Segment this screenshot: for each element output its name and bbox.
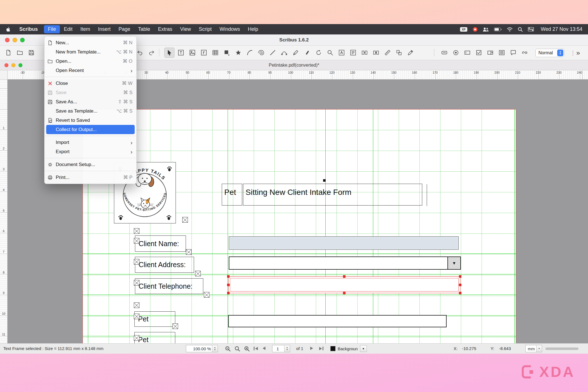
document-page[interactable]: 'S HAPPY TAILS SOMERSET PET-SITTING SERV… — [83, 109, 516, 343]
menubar-item-file[interactable]: File — [44, 25, 60, 33]
zoom-default-icon[interactable] — [234, 346, 241, 352]
menubar-app-name[interactable]: Scribus — [16, 26, 41, 32]
zoom-level-input[interactable]: 100.00 % ▲▼ — [186, 345, 218, 352]
menu-item-save[interactable]: Save⌘ S — [45, 88, 136, 97]
next-page-button[interactable] — [310, 347, 313, 350]
pdf-radio-button-icon[interactable] — [451, 48, 461, 58]
frame-handle[interactable] — [323, 179, 326, 182]
select-item-icon[interactable] — [164, 48, 174, 58]
zoom-in-icon[interactable] — [244, 346, 250, 352]
menu-item-new-from-template[interactable]: New from Template...⌥ ⌘ N — [45, 47, 136, 57]
pet-field[interactable] — [228, 315, 447, 327]
zoom-out-icon[interactable] — [225, 346, 231, 352]
insert-image-frame-icon[interactable] — [187, 48, 197, 58]
unlink-text-frames-icon[interactable] — [371, 48, 381, 58]
empty-frame-marker[interactable] — [134, 314, 139, 319]
zoom-tool-icon[interactable] — [325, 48, 335, 58]
empty-frame-marker[interactable] — [134, 335, 139, 341]
previous-page-button[interactable] — [263, 347, 265, 350]
selection-handle[interactable] — [459, 275, 461, 278]
label-frame-client-address[interactable]: Client Address: — [135, 257, 194, 273]
empty-frame-marker[interactable] — [134, 259, 139, 265]
text-frame-heading-rest[interactable]: Sitting New Client Intake Form — [243, 184, 422, 206]
menubar-item-insert[interactable]: Insert — [94, 25, 115, 33]
control-center-icon[interactable] — [528, 27, 534, 31]
selection-handle[interactable] — [343, 292, 346, 294]
insert-freehand-icon[interactable] — [291, 48, 301, 58]
empty-frame-marker[interactable] — [134, 302, 139, 308]
menu-item-print[interactable]: Print...⌘ P — [45, 173, 136, 182]
client-name-field[interactable] — [229, 236, 459, 250]
first-page-button[interactable] — [254, 347, 258, 350]
ruler-origin-corner[interactable] — [0, 70, 8, 80]
client-address-dropdown-button[interactable]: ▼ — [447, 257, 460, 269]
menubar-item-help[interactable]: Help — [244, 25, 262, 33]
menubar-item-item[interactable]: Item — [76, 25, 94, 33]
link-text-frames-icon[interactable] — [360, 48, 370, 58]
label-frame-client-telephone[interactable]: Client Telephone: — [135, 278, 203, 294]
zoom-stepper[interactable]: ▲▼ — [212, 345, 218, 352]
edit-contents-icon[interactable] — [337, 48, 347, 58]
layer-selector[interactable]: Backgroun ▼ — [330, 345, 367, 352]
selection-handle[interactable] — [227, 275, 230, 278]
insert-bezier-icon[interactable] — [279, 48, 289, 58]
insert-render-frame-icon[interactable] — [199, 48, 209, 58]
battery-icon[interactable] — [494, 27, 502, 31]
menu-item-close[interactable]: Close⌘ W — [45, 79, 136, 88]
insert-arc-icon[interactable] — [245, 48, 255, 58]
copy-item-properties-icon[interactable] — [394, 48, 404, 58]
pdf-check-box-icon[interactable] — [474, 48, 484, 58]
menu-item-open[interactable]: Open...⌘ O — [45, 57, 136, 66]
menu-item-import[interactable]: Import› — [45, 138, 136, 147]
insert-line-icon[interactable] — [268, 48, 278, 58]
selection-handle[interactable] — [459, 284, 461, 286]
insert-calligraphic-line-icon[interactable] — [302, 48, 312, 58]
selection-handle[interactable] — [343, 275, 346, 278]
empty-frame-marker[interactable] — [134, 228, 139, 234]
page-number-input[interactable]: 1 ▲▼ — [272, 345, 290, 352]
new-document-icon[interactable] — [3, 48, 13, 58]
layout-mode-stepper-icon[interactable]: ▲▼ — [557, 50, 563, 56]
menu-item-collect-for-output[interactable]: Collect for Output... — [46, 125, 135, 134]
redo-icon[interactable] — [146, 48, 157, 58]
menubar-item-extras[interactable]: Extras — [154, 25, 176, 33]
xp-pen-icon[interactable]: XP — [460, 27, 468, 32]
insert-text-frame-icon[interactable] — [176, 48, 186, 58]
empty-frame-marker[interactable] — [172, 323, 178, 329]
label-frame-client-name[interactable]: Client Name: — [135, 235, 186, 252]
wifi-icon[interactable] — [507, 27, 513, 32]
client-address-field[interactable]: ▼ — [229, 256, 461, 270]
menubar-item-edit[interactable]: Edit — [60, 25, 76, 33]
menubar-item-view[interactable]: View — [176, 25, 195, 33]
empty-frame-marker[interactable] — [195, 271, 201, 276]
record-dot-icon[interactable] — [473, 27, 478, 32]
label-frame-pet-1[interactable]: Pet — [134, 311, 175, 327]
last-page-button[interactable] — [319, 347, 323, 350]
menubar-item-page[interactable]: Page — [115, 25, 134, 33]
menu-item-export[interactable]: Export› — [45, 147, 136, 156]
menubar-item-table[interactable]: Table — [134, 25, 154, 33]
layer-dropdown-icon[interactable]: ▼ — [360, 345, 367, 352]
eye-dropper-icon[interactable] — [405, 48, 416, 58]
menubar-item-script[interactable]: Script — [195, 25, 216, 33]
save-document-icon[interactable] — [26, 48, 36, 58]
menu-item-save-as[interactable]: Save As...⇧ ⌘ S — [45, 97, 136, 106]
pdf-list-box-icon[interactable] — [497, 48, 507, 58]
story-editor-icon[interactable] — [348, 48, 358, 58]
empty-frame-marker[interactable] — [134, 280, 139, 286]
users-icon[interactable] — [483, 27, 489, 32]
pdf-combo-box-icon[interactable] — [485, 48, 495, 58]
open-document-icon[interactable] — [15, 48, 25, 58]
pdf-push-button-icon[interactable] — [439, 48, 449, 58]
client-telephone-field-selected[interactable] — [228, 276, 460, 293]
insert-polygon-icon[interactable] — [233, 48, 243, 58]
pdf-text-annotation-icon[interactable] — [508, 48, 518, 58]
empty-frame-marker[interactable] — [182, 217, 188, 223]
insert-spiral-icon[interactable] — [256, 48, 266, 58]
menubar-item-windows[interactable]: Windows — [216, 25, 244, 33]
menubar-clock[interactable]: Wed 27 Nov 13:54 — [541, 26, 582, 32]
insert-table-icon[interactable] — [210, 48, 220, 58]
menu-item-document-setup[interactable]: Document Setup... — [45, 160, 136, 169]
empty-frame-marker[interactable] — [204, 292, 209, 298]
selection-handle[interactable] — [227, 284, 230, 286]
